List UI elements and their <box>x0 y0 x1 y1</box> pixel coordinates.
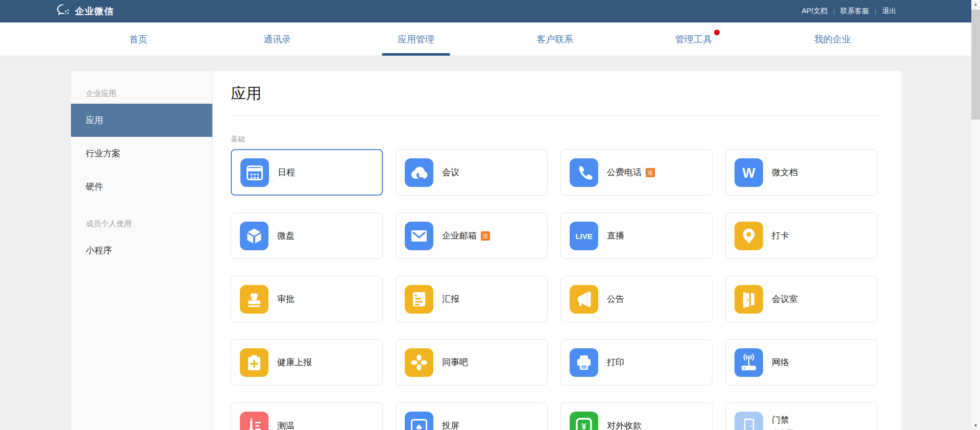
app-card[interactable]: 会议 <box>396 149 548 196</box>
sidebar-section-header: 企业应用 <box>71 88 212 99</box>
app-label: 微盘 <box>277 230 295 242</box>
nav-tab-label: 我的企业 <box>814 33 851 45</box>
scrollbar[interactable]: ▲ ▼ <box>971 0 980 430</box>
sidebar-item[interactable]: 行业方案 <box>71 137 212 170</box>
app-label: 微文档 <box>772 166 798 178</box>
pinwheel-icon <box>405 348 433 377</box>
sidebar-item[interactable]: 小程序 <box>71 234 212 267</box>
printer-icon <box>570 348 598 377</box>
nav-tab-1[interactable]: 通讯录 <box>208 22 347 56</box>
report-doc-icon <box>405 285 433 314</box>
scrollbar-thumb[interactable] <box>971 10 980 120</box>
nav-tab-4[interactable]: 管理工具 <box>624 22 763 56</box>
sidebar-item[interactable]: 应用 <box>71 104 212 137</box>
link-separator: | <box>833 8 835 15</box>
scroll-up-arrow-icon: ▲ <box>974 2 978 7</box>
page-title: 应用 <box>231 84 880 103</box>
live-icon: LIVE <box>570 222 598 250</box>
app-info: 门禁未启用 <box>772 414 793 430</box>
sidebar-item[interactable]: 硬件 <box>71 170 212 203</box>
svg-text:¥: ¥ <box>581 421 586 430</box>
app-label: 打印 <box>607 356 624 368</box>
main-nav: 首页通讯录应用管理客户联系管理工具我的企业 <box>0 22 980 56</box>
app-card[interactable]: 投屏 <box>396 402 548 430</box>
megaphone-icon <box>570 285 598 314</box>
app-label: 汇报 <box>442 293 459 305</box>
top-link-2[interactable]: 退出 <box>882 7 896 16</box>
logo-text: 企业微信 <box>75 5 114 17</box>
app-card[interactable]: ¥对外收款 <box>560 402 713 430</box>
app-label: 同事吧 <box>442 356 468 368</box>
sidebar-section-header: 成员个人使用 <box>71 219 212 229</box>
app-info: 同事吧 <box>442 356 468 368</box>
app-label: 公告 <box>607 293 624 305</box>
notification-dot-icon <box>714 30 720 35</box>
calendar-icon <box>240 158 269 187</box>
content-card: 企业应用应用行业方案硬件成员个人使用小程序 应用 基础 日程 会议 公费电话送 … <box>71 71 901 430</box>
app-info: 网络 <box>772 356 789 368</box>
app-label: 测温 <box>277 420 295 430</box>
link-separator: | <box>875 8 876 15</box>
app-label: 会议 <box>442 166 459 178</box>
app-card[interactable]: 打卡 <box>725 212 877 259</box>
app-label: 网络 <box>772 356 789 368</box>
app-info: 直播 <box>607 230 624 242</box>
section-label: 基础 <box>231 135 880 142</box>
top-link-0[interactable]: API文档 <box>802 7 828 16</box>
top-link-1[interactable]: 联系客服 <box>841 7 869 16</box>
nav-tab-label: 通讯录 <box>263 33 291 45</box>
app-card[interactable]: 网络 <box>725 339 877 386</box>
main-panel: 应用 基础 日程 会议 公费电话送 W微文档 微盘 企业邮箱送 LIVE直播 打… <box>213 71 901 430</box>
app-info: 汇报 <box>442 293 459 305</box>
app-card[interactable]: 同事吧 <box>396 339 548 386</box>
app-status: 未启用 <box>772 428 793 430</box>
topbar: 企业微信 API文档|联系客服|退出 <box>0 0 980 22</box>
app-card[interactable]: LIVE直播 <box>560 212 713 259</box>
wework-bubble-icon <box>56 3 70 19</box>
app-card[interactable]: 打印 <box>560 339 713 386</box>
scroll-up-button[interactable]: ▲ <box>971 0 980 9</box>
app-info: 公费电话送 <box>607 166 655 178</box>
app-info: 测温 <box>277 420 295 430</box>
app-card[interactable]: 日程 <box>231 149 383 196</box>
svg-text:LIVE: LIVE <box>575 231 592 240</box>
app-card[interactable]: 汇报 <box>396 276 548 322</box>
wework-logo[interactable]: 企业微信 <box>56 3 114 19</box>
app-card[interactable]: 门禁未启用 <box>725 402 877 430</box>
app-label: 会议室 <box>772 293 798 305</box>
app-card[interactable]: 公费电话送 <box>560 149 713 196</box>
location-pin-icon <box>734 222 763 250</box>
nav-tab-0[interactable]: 首页 <box>69 22 208 56</box>
app-label: 直播 <box>607 230 624 242</box>
stamp-icon <box>240 285 268 314</box>
app-card[interactable]: 健康上报 <box>231 339 383 386</box>
app-info: 微文档 <box>772 166 798 178</box>
nav-tab-5[interactable]: 我的企业 <box>763 22 902 56</box>
nav-tab-3[interactable]: 客户联系 <box>485 22 624 56</box>
app-card[interactable]: 会议室 <box>725 276 877 322</box>
app-card[interactable]: 企业邮箱送 <box>396 212 548 259</box>
app-info: 微盘 <box>277 230 295 242</box>
gift-badge: 送 <box>646 168 655 177</box>
door-access-icon <box>734 412 763 430</box>
app-label: 公费电话 <box>607 166 642 178</box>
topbar-links: API文档|联系客服|退出 <box>802 7 896 16</box>
app-card[interactable]: 审批 <box>231 276 383 322</box>
app-card[interactable]: 测温 <box>231 402 383 430</box>
svg-text:W: W <box>742 165 755 181</box>
health-clipboard-icon <box>240 348 268 377</box>
meeting-cloud-icon <box>405 158 433 187</box>
scroll-down-button[interactable]: ▼ <box>971 421 980 430</box>
app-info: 会议室 <box>772 293 798 305</box>
app-card[interactable]: W微文档 <box>725 149 877 196</box>
app-info: 对外收款 <box>607 420 642 430</box>
app-card[interactable]: 微盘 <box>231 212 383 259</box>
app-label: 门禁 <box>772 414 789 426</box>
app-label: 打卡 <box>772 230 789 242</box>
app-info: 公告 <box>607 293 624 305</box>
app-info: 会议 <box>442 166 459 178</box>
app-info: 审批 <box>277 293 295 305</box>
nav-tab-2[interactable]: 应用管理 <box>347 22 485 56</box>
thermometer-icon <box>240 412 268 430</box>
app-card[interactable]: 公告 <box>560 276 713 322</box>
